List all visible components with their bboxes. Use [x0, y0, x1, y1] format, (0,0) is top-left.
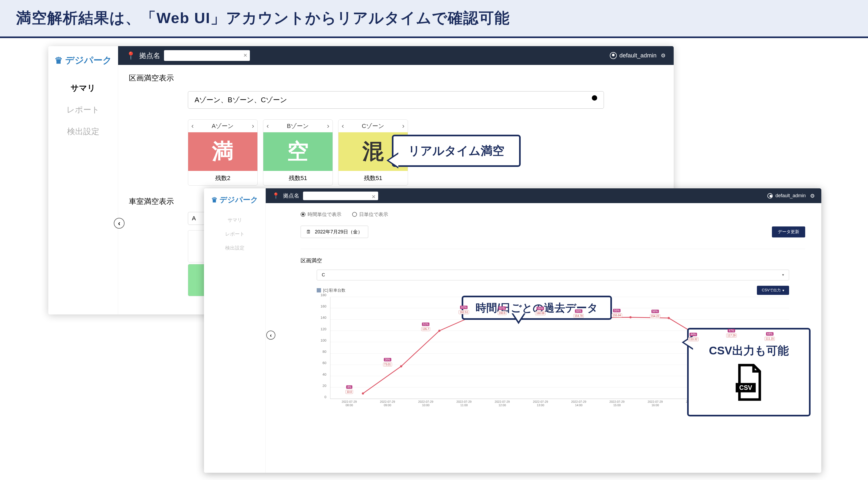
x-tick-label: 2022-07-2911:00	[445, 399, 484, 410]
page-title: 満空解析結果は、「Web UI」アカウントからリアルタイムで確認可能	[16, 8, 852, 28]
zone-remaining: 残数2	[188, 171, 257, 185]
zone-card[interactable]: ‹Aゾーン›満残数2	[188, 119, 258, 186]
app-header: 📍 拠点名 default_admin ⚙	[118, 46, 674, 65]
page-title-bar: 満空解析結果は、「Web UI」アカウントからリアルタイムで確認可能	[0, 0, 868, 38]
x-tick-label: 2022-07-2915:00	[598, 399, 637, 410]
chart-value-label: 162.51	[459, 310, 469, 314]
map-pin-icon: 📍	[126, 51, 135, 60]
avatar-icon	[610, 52, 617, 59]
chart-pct-label: 26%	[384, 358, 391, 361]
chart-pct-label: 47%	[727, 329, 735, 332]
gear-icon: ⚙	[661, 52, 665, 59]
zone-multiselect-value: Aゾーン、Bゾーン、Cゾーン	[194, 95, 287, 105]
update-button[interactable]: データ更新	[772, 226, 805, 237]
app-header: 📍 拠点名 default_admin ⚙	[266, 188, 821, 203]
radio-label: 時間単位で表示	[308, 211, 341, 218]
chart-value-label: 10.0	[345, 390, 353, 394]
zone-name: Cゾーン	[362, 122, 384, 130]
date-picker[interactable]: 🗓 2022年7月29日（金）	[301, 226, 368, 238]
chart-pct-label: 56%	[613, 309, 621, 312]
sidebar: ♛ デジパーク サマリ レポート 検出設定	[48, 46, 118, 315]
sidebar-item-settings[interactable]: 検出設定	[48, 121, 118, 142]
calendar-icon: 🗓	[306, 229, 311, 235]
user-menu[interactable]: default_admin ⚙	[610, 52, 665, 59]
zone-card[interactable]: ‹Bゾーン›空残数51	[263, 119, 333, 186]
chart-section-title: 区画満空	[301, 249, 805, 264]
date-value: 2022年7月29日（金）	[315, 229, 363, 235]
sidebar-item-report[interactable]: レポート	[48, 99, 118, 121]
chevron-left-icon[interactable]: ‹	[191, 122, 194, 130]
chart-value-label: 160.6	[498, 311, 506, 315]
radio-hourly[interactable]: 時間単位で表示	[301, 211, 341, 218]
callout-realtime: リアルタイム満空	[392, 135, 521, 167]
zone-select[interactable]: C ▾	[317, 270, 789, 280]
chart-value-label: 154.22	[650, 314, 660, 318]
x-tick-label: 2022-07-2909:00	[369, 399, 407, 410]
location-input[interactable]	[303, 192, 378, 200]
radio-daily[interactable]: 日単位で表示	[352, 211, 388, 218]
svg-text:CSV: CSV	[739, 384, 752, 391]
chart-pct-label: 44%	[766, 332, 774, 335]
chart-pct-label: 56%	[575, 309, 582, 313]
sidebar-item-settings[interactable]: 検出設定	[225, 241, 245, 255]
section-zone-title: 区画満空表示	[129, 73, 663, 83]
dropdown-toggle-icon	[592, 95, 597, 101]
location-label: 拠点名	[283, 192, 299, 199]
logo-text: デジパーク	[220, 195, 258, 205]
chart-value-label: 155.84	[612, 313, 622, 317]
sidebar-collapse-button[interactable]: ‹	[114, 218, 125, 229]
legend-label: [C] 駐車台数	[323, 288, 345, 293]
callout-text: リアルタイム満空	[408, 143, 504, 159]
chart-value-label: 110.32	[688, 337, 699, 341]
granularity-radio-group: 時間単位で表示 日単位で表示	[301, 211, 805, 218]
csv-file-icon: CSV	[733, 363, 765, 401]
zone-state: 満	[188, 132, 257, 171]
map-pin-icon: 📍	[272, 192, 279, 199]
sidebar-item-summary[interactable]: サマリ	[227, 213, 242, 227]
chevron-down-icon: ▾	[782, 288, 784, 292]
app-logo: ♛ デジパーク	[52, 46, 115, 77]
csv-button-label: CSVで出力	[762, 288, 781, 293]
zone-remaining: 残数51	[263, 171, 333, 185]
radio-dot-icon	[301, 212, 305, 217]
crown-icon: ♛	[211, 196, 217, 204]
chevron-down-icon: ▾	[782, 273, 784, 278]
x-tick-label: 2022-07-2913:00	[522, 399, 560, 410]
radio-dot-icon	[352, 212, 357, 217]
chevron-left-icon[interactable]: ‹	[267, 122, 269, 130]
location-input[interactable]	[164, 50, 250, 61]
sidebar-collapse-button[interactable]: ‹	[266, 330, 275, 340]
chart-pct-label: 51%	[422, 322, 429, 326]
chart-pct-label: 61%	[498, 307, 506, 310]
chart-value-label: 160.08	[535, 311, 546, 315]
sidebar-item-summary[interactable]: サマリ	[48, 77, 118, 99]
x-tick-label: 2022-07-2908:00	[330, 399, 369, 410]
chart-value-label: 111.15	[765, 337, 775, 341]
legend-swatch	[317, 288, 321, 292]
location-label: 拠点名	[139, 51, 160, 60]
chart-pct-label: 56%	[536, 307, 544, 310]
chevron-left-icon[interactable]: ‹	[342, 122, 344, 130]
chevron-right-icon[interactable]: ›	[327, 122, 329, 130]
zone-multiselect[interactable]: Aゾーン、Bゾーン、Cゾーン	[188, 91, 604, 109]
crown-icon: ♛	[55, 55, 63, 66]
zone-select-value: C	[322, 273, 325, 278]
app-logo: ♛ デジパーク	[209, 188, 260, 213]
chevron-right-icon[interactable]: ›	[252, 122, 254, 130]
user-name: default_admin	[619, 52, 656, 59]
chart-value-label: 117.29	[726, 333, 737, 338]
x-tick-label: 2022-07-2912:00	[483, 399, 522, 410]
user-menu[interactable]: default_admin ⚙	[767, 193, 815, 199]
chart-pct-label: 56%	[651, 310, 659, 313]
callout-csv: CSV出力も可能 CSV	[687, 328, 811, 416]
callout-text: CSV出力も可能	[709, 343, 788, 358]
csv-export-button[interactable]: CSVで出力 ▾	[757, 286, 789, 295]
zone-name: Bゾーン	[287, 122, 309, 130]
logo-text: デジパーク	[65, 54, 112, 67]
chart-value-label: 135.7	[422, 327, 430, 331]
zone-name: Aゾーン	[212, 122, 234, 130]
sidebar-item-report[interactable]: レポート	[225, 227, 245, 241]
x-tick-label: 2022-07-2914:00	[560, 399, 598, 410]
chart-pct-label: 4%	[346, 385, 352, 389]
chevron-right-icon[interactable]: ›	[402, 122, 404, 130]
